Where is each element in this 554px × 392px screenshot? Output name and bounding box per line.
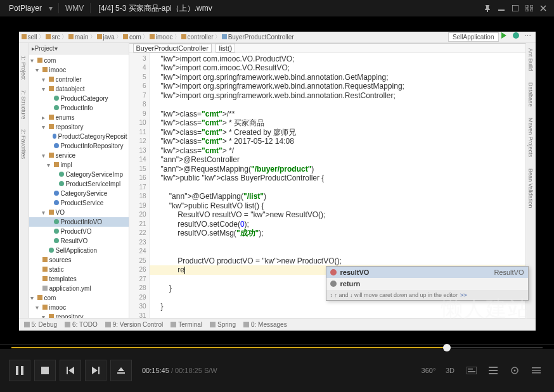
svg-rect-11 [117, 372, 125, 374]
tree-item[interactable]: templates [29, 274, 129, 284]
pause-button[interactable] [9, 360, 30, 381]
bottom-tool[interactable]: Spring [210, 321, 236, 328]
tree-item[interactable]: sources [29, 255, 129, 265]
breadcrumb-item[interactable]: BuyerProductController [222, 34, 294, 41]
tree-item[interactable]: ProductCategory [29, 94, 129, 103]
subtitle-icon[interactable] [463, 362, 480, 379]
tree-item[interactable]: ProductVO [29, 227, 129, 236]
autocomplete-item[interactable]: return [326, 278, 528, 290]
breadcrumb-item[interactable]: imooc [150, 34, 173, 41]
svg-rect-12 [467, 367, 477, 374]
breadcrumb-class[interactable]: BuyerProductController [133, 44, 212, 53]
svg-rect-13 [468, 369, 473, 370]
minimize-icon[interactable] [494, 1, 508, 15]
breadcrumb-method[interactable]: list() [216, 44, 235, 53]
3d-button[interactable]: 3D [441, 362, 459, 379]
tree-item[interactable]: ProductInfoRepository [29, 141, 129, 151]
tree-item[interactable]: ▾com [29, 293, 129, 303]
maximize-icon[interactable] [508, 1, 522, 15]
ide-bottom-bar: 5: Debug6: TODO9: Version ControlTermina… [19, 318, 536, 331]
titlebar: PotPlayer ▾ WMV [4/4] 5-3 买家商品-api（上）.wm… [0, 0, 554, 16]
run-toolbar: SellApplication ⋯ [448, 32, 536, 42]
tree-item[interactable]: ▾dataobject [29, 84, 129, 94]
svg-rect-6 [16, 366, 18, 375]
bottom-tool[interactable]: 0: Messages [243, 321, 287, 328]
tree-item[interactable]: ▾imooc [29, 303, 129, 312]
tree-item[interactable]: ▾controller [29, 75, 129, 84]
next-button[interactable] [85, 360, 106, 381]
tree-item[interactable]: ▸enums [29, 113, 129, 122]
tree-item[interactable]: ResultVO [29, 236, 129, 246]
tool-tab[interactable]: Database [527, 82, 534, 107]
autocomplete-popup[interactable]: resultVOResultVOreturn↕ ↑ and ↓ will mov… [326, 266, 529, 301]
svg-rect-21 [532, 370, 541, 371]
tree-item[interactable]: static [29, 265, 129, 274]
run-config-select[interactable]: SellApplication [448, 32, 499, 42]
run-icon[interactable] [501, 32, 510, 41]
menu-icon[interactable] [527, 362, 545, 379]
tree-item[interactable]: ProductService [29, 198, 129, 208]
tree-item[interactable]: ProductInfoVO [29, 217, 129, 227]
fullscreen-icon[interactable] [522, 1, 536, 15]
breadcrumb-item[interactable]: com [123, 34, 141, 41]
tree-item[interactable]: ▾VO [29, 208, 129, 217]
tree-item[interactable]: application.yml [29, 284, 129, 293]
tree-item[interactable]: CategoryService [29, 189, 129, 198]
separator [58, 3, 59, 13]
project-panel-title[interactable]: ▸ Project ▾ [29, 43, 129, 54]
app-name[interactable]: PotPlayer [4, 3, 47, 14]
seek-bar[interactable] [0, 345, 554, 349]
svg-rect-22 [532, 372, 541, 374]
svg-point-19 [514, 370, 516, 372]
prev-button[interactable] [60, 360, 81, 381]
tree-item[interactable]: ▾repository [29, 122, 129, 132]
tool-tab[interactable]: Ant Build [527, 48, 534, 71]
tree-item[interactable]: ProductServiceImpl [29, 179, 129, 189]
playlist-icon[interactable] [484, 362, 502, 379]
more-icon[interactable]: ⋯ [524, 32, 533, 41]
pin-icon[interactable] [480, 1, 494, 15]
bottom-tool[interactable]: 9: Version Control [105, 321, 164, 328]
breadcrumb[interactable]: sell〉src〉main〉java〉com〉imooc〉controller〉… [19, 33, 448, 41]
tool-tab[interactable]: 7: Structure [20, 90, 27, 120]
media-title: [4/4] 5-3 买家商品-api（上）.wmv [94, 3, 216, 14]
tree-item[interactable]: ▾imooc [29, 65, 129, 75]
tree-item[interactable]: SellApplication [29, 246, 129, 255]
breadcrumb-item[interactable]: main [68, 34, 89, 41]
bottom-tool[interactable]: 5: Debug [24, 321, 58, 328]
autocomplete-hint: ↕ ↑ and ↓ will move caret down and up in… [326, 290, 528, 301]
tool-tab[interactable]: 1: Project [20, 56, 27, 80]
breadcrumb-item[interactable]: sell [22, 34, 37, 41]
breadcrumb-item[interactable]: controller [181, 34, 214, 41]
tree-item[interactable]: ProductCategoryReposit [29, 132, 129, 141]
close-icon[interactable] [536, 1, 550, 15]
editor-breadcrumb[interactable]: BuyerProductController list() [129, 44, 525, 53]
svg-rect-4 [525, 9, 528, 11]
bottom-tool[interactable]: 6: TODO [65, 321, 98, 328]
separator [90, 3, 91, 13]
360-button[interactable]: 360° [420, 362, 437, 379]
tool-tab[interactable]: Bean Validation [527, 168, 534, 208]
tree-item[interactable]: ProductInfo [29, 103, 129, 113]
breadcrumb-item[interactable]: java [97, 34, 115, 41]
settings-icon[interactable] [506, 362, 524, 379]
tool-tab[interactable]: 2: Favorites [20, 129, 27, 159]
tool-tab[interactable]: Maven Projects [527, 118, 534, 157]
breadcrumb-item[interactable]: src [46, 34, 60, 41]
tree-item[interactable]: ▾repository [29, 312, 129, 318]
stop-button[interactable] [34, 360, 56, 381]
tree-item[interactable]: CategoryServiceImp [29, 170, 129, 179]
left-tool-stripe: 1: Project7: Structure2: Favorites [19, 43, 29, 318]
code-editor[interactable]: 3456789101112131415161718192021222324252… [129, 53, 525, 318]
project-panel: ▸ Project ▾ ▾com▾imooc▾controller▾dataob… [29, 43, 129, 318]
menu-arrow-icon[interactable]: ▾ [47, 4, 55, 13]
debug-icon[interactable] [513, 32, 522, 41]
svg-rect-17 [489, 373, 498, 374]
svg-rect-7 [21, 366, 23, 375]
bottom-tool[interactable]: Terminal [171, 321, 202, 328]
eject-button[interactable] [110, 360, 132, 381]
project-tree[interactable]: ▾com▾imooc▾controller▾dataobjectProductC… [29, 54, 129, 318]
tree-item[interactable]: ▾service [29, 151, 129, 160]
autocomplete-item[interactable]: resultVOResultVO [326, 267, 528, 279]
tree-item[interactable]: ▾impl [29, 160, 129, 170]
